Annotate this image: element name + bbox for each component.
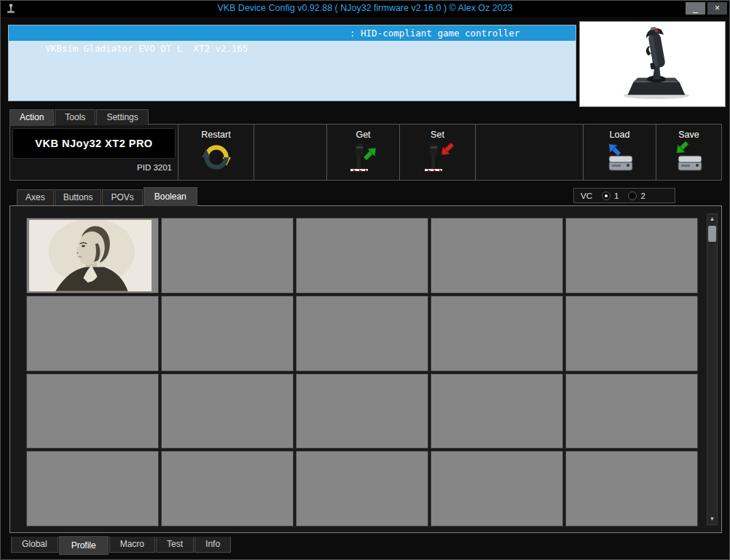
grid-cell[interactable] <box>565 374 698 449</box>
device-badge-section: VKB NJoy32 XT2 PRO PID 3201 <box>10 125 178 180</box>
tab-settings[interactable]: Settings <box>96 109 148 125</box>
load-icon <box>584 141 656 174</box>
grid-cell[interactable] <box>296 296 428 371</box>
vc-option-2-label: 2 <box>640 192 645 200</box>
tab-profile[interactable]: Profile <box>59 536 109 555</box>
grid-cell[interactable] <box>296 451 428 527</box>
device-pid: PID 3201 <box>137 163 172 172</box>
tab-axes[interactable]: Axes <box>17 189 54 205</box>
device-list-item-selected[interactable]: VKBsim Gladiator EVO OT L XT2 v2.165 : H… <box>9 25 576 41</box>
tab-macro[interactable]: Macro <box>109 537 155 553</box>
tab-info[interactable]: Info <box>195 537 231 553</box>
bottom-tab-bar: Global Profile Macro Test Info <box>11 537 232 555</box>
save-icon <box>656 141 721 174</box>
app-window: VKB Device Config v0.92.88 ( NJoy32 firm… <box>0 0 730 560</box>
get-button[interactable]: Get <box>326 125 399 180</box>
grid-cell[interactable] <box>565 296 698 371</box>
action-toolbar: VKB NJoy32 XT2 PRO PID 3201 Restart Get <box>9 124 722 181</box>
main-tab-bar: Action Tools Settings <box>9 109 149 125</box>
scrollbar-thumb[interactable] <box>708 226 716 242</box>
get-icon <box>327 141 399 174</box>
grid-cell[interactable] <box>26 374 159 449</box>
device-type-text: : HID-compliant game controller <box>350 25 519 41</box>
tab-tools[interactable]: Tools <box>55 109 95 125</box>
tab-boolean[interactable]: Boolean <box>144 187 197 206</box>
title-bar[interactable]: VKB Device Config v0.92.88 ( NJoy32 firm… <box>1 1 729 17</box>
tab-buttons[interactable]: Buttons <box>55 189 102 205</box>
restart-button[interactable]: Restart <box>178 125 254 180</box>
set-button[interactable]: Set <box>399 125 475 180</box>
grid-cell[interactable] <box>431 451 563 527</box>
device-name-badge: VKB NJoy32 XT2 PRO <box>12 128 176 159</box>
vc-radio-1[interactable] <box>602 192 611 200</box>
save-button[interactable]: Save <box>656 125 721 180</box>
tab-povs[interactable]: POVs <box>102 189 142 205</box>
tab-global[interactable]: Global <box>11 537 58 553</box>
boolean-panel: ▲ ▼ <box>9 205 722 533</box>
vc-label: VC <box>581 192 592 200</box>
grid-cell[interactable] <box>565 451 698 527</box>
window-title: VKB Device Config v0.92.88 ( NJoy32 firm… <box>1 3 729 13</box>
vc-selector: VC 1 2 <box>573 188 675 203</box>
grid-cell[interactable] <box>26 218 159 293</box>
sub-tab-bar: Axes Buttons POVs Boolean <box>17 188 198 205</box>
grid-cell[interactable] <box>296 374 428 449</box>
device-list[interactable]: VKBsim Gladiator EVO OT L XT2 v2.165 : H… <box>8 25 576 101</box>
grid-cell[interactable] <box>26 296 159 371</box>
boolean-grid <box>26 218 698 527</box>
boole-portrait-image <box>29 220 152 291</box>
close-button[interactable]: × <box>707 2 727 15</box>
grid-cell[interactable] <box>296 218 428 293</box>
joystick-photo <box>579 21 726 107</box>
vc-option-1-label: 1 <box>614 192 619 200</box>
load-button[interactable]: Load <box>583 125 656 180</box>
grid-cell[interactable] <box>161 296 294 371</box>
toolbar-spacer <box>475 125 583 180</box>
set-icon <box>400 141 475 174</box>
grid-cell[interactable] <box>431 296 563 371</box>
vertical-scrollbar[interactable]: ▲ ▼ <box>707 213 718 525</box>
grid-cell[interactable] <box>161 374 294 449</box>
grid-cell[interactable] <box>431 374 563 449</box>
minimize-button[interactable]: _ <box>686 2 705 15</box>
tab-action[interactable]: Action <box>9 109 54 126</box>
device-name-text: VKBsim Gladiator EVO OT L XT2 v2.165 <box>45 43 248 54</box>
grid-cell[interactable] <box>26 451 159 527</box>
grid-cell[interactable] <box>431 218 563 293</box>
tab-test[interactable]: Test <box>156 537 194 553</box>
vc-radio-2[interactable] <box>628 192 637 200</box>
grid-cell[interactable] <box>161 451 294 527</box>
grid-cell[interactable] <box>161 218 294 293</box>
grid-cell[interactable] <box>565 218 698 293</box>
scroll-down-icon[interactable]: ▼ <box>707 514 717 524</box>
scroll-up-icon[interactable]: ▲ <box>707 214 717 224</box>
toolbar-spacer <box>254 125 326 180</box>
restart-icon <box>178 141 254 174</box>
